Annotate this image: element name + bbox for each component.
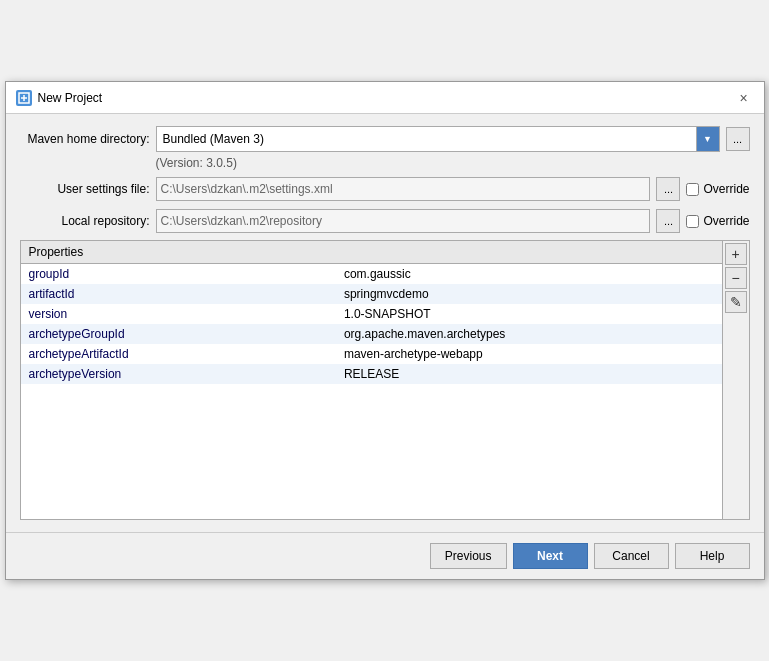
property-value: 1.0-SNAPSHOT (336, 304, 722, 324)
help-button[interactable]: Help (675, 543, 750, 569)
property-value: RELEASE (336, 364, 722, 384)
property-key: version (21, 304, 336, 324)
maven-version-text: (Version: 3.0.5) (20, 156, 750, 170)
local-repo-override-label[interactable]: Override (686, 214, 749, 228)
new-project-dialog: New Project × Maven home directory: ... … (5, 81, 765, 580)
previous-button[interactable]: Previous (430, 543, 507, 569)
property-key: artifactId (21, 284, 336, 304)
properties-section: Properties groupIdcom.gaussicartifactIds… (20, 240, 750, 520)
table-row[interactable]: archetypeArtifactIdmaven-archetype-webap… (21, 344, 722, 364)
table-row[interactable]: archetypeGroupIdorg.apache.maven.archety… (21, 324, 722, 344)
property-value: springmvcdemo (336, 284, 722, 304)
property-value: com.gaussic (336, 264, 722, 284)
remove-property-button[interactable]: − (725, 267, 747, 289)
cancel-button[interactable]: Cancel (594, 543, 669, 569)
local-repo-browse-button[interactable]: ... (656, 209, 680, 233)
dialog-content: Maven home directory: ... (Version: 3.0.… (6, 114, 764, 532)
property-key: groupId (21, 264, 336, 284)
local-repo-label: Local repository: (20, 214, 150, 228)
maven-home-row: Maven home directory: ... (20, 126, 750, 152)
properties-table: groupIdcom.gaussicartifactIdspringmvcdem… (21, 264, 722, 384)
user-settings-row: User settings file: ... Override (20, 176, 750, 202)
table-row[interactable]: artifactIdspringmvcdemo (21, 284, 722, 304)
property-key: archetypeVersion (21, 364, 336, 384)
properties-header: Properties (21, 241, 722, 264)
add-property-button[interactable]: + (725, 243, 747, 265)
title-bar: New Project × (6, 82, 764, 114)
edit-property-button[interactable]: ✎ (725, 291, 747, 313)
local-repo-override-checkbox[interactable] (686, 215, 699, 228)
maven-home-input[interactable] (156, 126, 696, 152)
user-settings-override-label[interactable]: Override (686, 182, 749, 196)
table-row[interactable]: groupIdcom.gaussic (21, 264, 722, 284)
maven-browse-button[interactable]: ... (726, 127, 750, 151)
properties-table-inner: Properties groupIdcom.gaussicartifactIds… (21, 241, 722, 519)
maven-input-container (156, 126, 720, 152)
user-settings-input[interactable] (156, 177, 651, 201)
local-repo-row: Local repository: ... Override (20, 208, 750, 234)
dialog-footer: Previous Next Cancel Help (6, 532, 764, 579)
user-settings-browse-button[interactable]: ... (656, 177, 680, 201)
user-settings-override-checkbox[interactable] (686, 183, 699, 196)
properties-side-buttons: + − ✎ (722, 241, 749, 519)
property-key: archetypeArtifactId (21, 344, 336, 364)
maven-home-label: Maven home directory: (20, 132, 150, 146)
property-value: org.apache.maven.archetypes (336, 324, 722, 344)
close-button[interactable]: × (734, 88, 754, 108)
table-row[interactable]: archetypeVersionRELEASE (21, 364, 722, 384)
next-button[interactable]: Next (513, 543, 588, 569)
dialog-title: New Project (38, 91, 103, 105)
user-settings-label: User settings file: (20, 182, 150, 196)
table-row[interactable]: version1.0-SNAPSHOT (21, 304, 722, 324)
property-value: maven-archetype-webapp (336, 344, 722, 364)
maven-dropdown-button[interactable] (696, 126, 720, 152)
title-bar-left: New Project (16, 90, 103, 106)
property-key: archetypeGroupId (21, 324, 336, 344)
local-repo-input[interactable] (156, 209, 651, 233)
project-icon (16, 90, 32, 106)
